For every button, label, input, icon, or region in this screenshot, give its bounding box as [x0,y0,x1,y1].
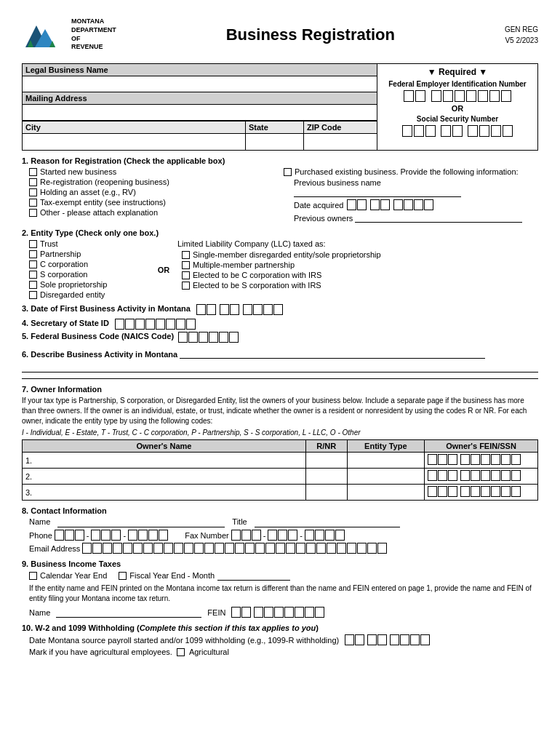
owner-1-name[interactable]: 1. [23,453,306,469]
legal-name-input[interactable] [23,76,377,92]
city-input[interactable] [23,134,245,150]
s2-partnership[interactable]: Partnership [29,250,153,258]
s2-check-trust[interactable] [29,240,37,248]
s1-check-5[interactable] [29,209,37,217]
s4-b2[interactable] [125,319,135,330]
owner-3-entity[interactable] [347,485,424,501]
fein-box-9[interactable] [501,90,511,102]
s1-opt-5[interactable]: Other - please attach explanation [29,208,276,217]
db2[interactable] [357,199,367,210]
s2-llc-ccorp[interactable]: Elected to be C corporation with IRS [182,271,538,279]
s4-b5[interactable] [156,319,165,330]
fein-box-4[interactable] [443,90,453,102]
s2-llc-single[interactable]: Single-member disregarded entity/sole pr… [182,250,538,259]
mailing-address-input[interactable] [23,105,377,121]
s5-b6[interactable] [229,332,239,343]
s2-check-llc-single[interactable] [182,251,190,259]
s9-calendar-opt[interactable]: Calendar Year End [29,571,107,580]
s1-opt-1[interactable]: Started new business [29,167,276,176]
s4-b4[interactable] [145,319,155,330]
s1-check-2[interactable] [29,178,37,186]
db5[interactable] [393,199,403,210]
fein-box-2[interactable] [415,90,425,102]
s2-disregarded[interactable]: Disregarded entity [29,290,153,299]
s4-b7[interactable] [176,319,185,330]
ssn-box-1[interactable] [402,125,412,137]
fein-box-7[interactable] [478,90,488,102]
ssn-box-2[interactable] [414,125,424,137]
s1-check-3[interactable] [29,188,37,196]
s1-opt-2[interactable]: Re-registration (reopening business) [29,178,276,186]
ssn-box-5[interactable] [452,125,463,137]
s9-calendar-check[interactable] [29,572,37,580]
s8-title-input[interactable] [255,517,400,527]
owner-row-1[interactable]: 1. [23,453,538,469]
s1-opt-3[interactable]: Holding an asset (e.g., RV) [29,188,276,196]
s9-fiscal-opt[interactable]: Fiscal Year End - Month [119,570,290,581]
owner-3-name[interactable]: 3. [23,485,306,501]
s4-b6[interactable] [166,319,175,330]
s1-check-4[interactable] [29,199,37,207]
ssn-box-8[interactable] [491,125,501,137]
s5-b2[interactable] [188,332,198,343]
s3-db8[interactable] [273,304,283,315]
s5-b5[interactable] [219,332,228,343]
ssn-box-4[interactable] [441,125,451,137]
s2-check-llc-multi[interactable] [182,261,190,269]
s2-ccorp[interactable]: C corporation [29,260,153,268]
s1-purchase-check[interactable] [284,168,292,176]
db4[interactable] [380,199,390,210]
s4-b8[interactable] [186,319,196,330]
owner-3-fein[interactable] [425,485,538,501]
db1[interactable] [347,199,356,210]
s1-prev-owners-input[interactable] [355,212,522,223]
fein-box-1[interactable] [404,90,414,102]
s2-check-llc-scorp[interactable] [182,282,190,290]
fein-box-8[interactable] [489,90,500,102]
db7[interactable] [414,199,423,210]
s2-check-partnership[interactable] [29,250,37,258]
owner-1-fein[interactable] [425,453,538,469]
s2-llc-multi[interactable]: Multiple-member partnership [182,260,538,269]
owner-2-rnr[interactable] [305,469,347,485]
s2-check-llc-ccorp[interactable] [182,271,190,279]
s2-scorp[interactable]: S corporation [29,270,153,279]
s10-agri-check[interactable] [177,648,185,656]
owner-2-name[interactable]: 2. [23,469,306,485]
db8[interactable] [424,199,433,210]
s6-line2[interactable] [22,361,538,372]
s2-check-scorp[interactable] [29,271,37,279]
owner-row-2[interactable]: 2. [23,469,538,485]
s9-fiscal-month-input[interactable] [217,570,290,581]
s6-input[interactable] [180,348,485,359]
s3-db1[interactable] [196,304,206,315]
s3-db5[interactable] [243,304,252,315]
db6[interactable] [404,199,413,210]
ssn-box-9[interactable] [503,125,513,137]
fein-box-5[interactable] [455,90,465,102]
s1-prev-name-input[interactable] [294,187,461,197]
owner-2-entity[interactable] [347,469,424,485]
s5-b1[interactable] [178,332,188,343]
owner-row-3[interactable]: 3. [23,485,538,501]
s3-db4[interactable] [230,304,239,315]
ssn-box-6[interactable] [468,125,478,137]
s8-name-input[interactable] [57,517,225,527]
s9-fiscal-check[interactable] [119,572,127,580]
s3-db7[interactable] [263,304,273,315]
ssn-box-3[interactable] [425,125,436,137]
zip-input[interactable] [304,134,377,150]
s2-check-sole[interactable] [29,281,37,289]
s2-sole[interactable]: Sole proprietorship [29,280,153,289]
owner-1-entity[interactable] [347,453,424,469]
s2-llc-scorp[interactable]: Elected to be S corporation with IRS [182,281,538,290]
s4-b3[interactable] [135,319,145,330]
owner-3-rnr[interactable] [305,485,347,501]
s2-check-disregarded[interactable] [29,291,37,299]
s5-b4[interactable] [209,332,218,343]
s5-b3[interactable] [199,332,208,343]
s3-db2[interactable] [207,304,216,315]
s3-db3[interactable] [220,304,229,315]
state-input[interactable] [246,134,303,150]
s1-opt-4[interactable]: Tax-exempt entity (see instructions) [29,198,276,207]
